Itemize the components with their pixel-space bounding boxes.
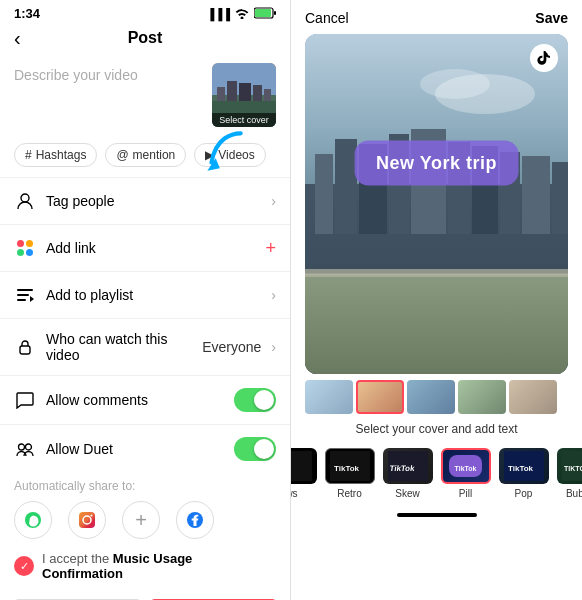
music-confirm-row: ✓ I accept the Music Usage Confirmation <box>0 543 290 589</box>
right-panel: Cancel Save <box>291 0 582 600</box>
playlist-icon <box>14 284 36 306</box>
video-describe-area: Describe your video Select cover <box>0 55 290 135</box>
arrow-annotation <box>0 135 290 139</box>
style-retro-label: Retro <box>337 488 361 499</box>
facebook-button[interactable] <box>176 501 214 539</box>
cover-thumb-3[interactable] <box>407 380 455 414</box>
style-pop-item[interactable]: TikTok Pop <box>499 448 549 499</box>
svg-rect-15 <box>17 299 26 301</box>
who-can-watch-item[interactable]: Who can watch this video Everyone › <box>0 318 290 375</box>
plus-icon: + <box>265 238 276 259</box>
svg-rect-17 <box>20 346 30 354</box>
share-section: Automatically share to: + <box>0 473 290 543</box>
cover-thumb-4[interactable] <box>458 380 506 414</box>
add-link-label: Add link <box>46 240 255 256</box>
style-retro-thumb: TikTok <box>325 448 375 484</box>
add-playlist-item[interactable]: Add to playlist › <box>0 271 290 318</box>
style-pill-label: Pill <box>459 488 472 499</box>
svg-point-23 <box>91 515 93 517</box>
tiktok-logo-badge <box>530 44 558 72</box>
top-nav: ‹ Post <box>0 25 290 55</box>
add-share-button[interactable]: + <box>122 501 160 539</box>
allow-duet-toggle[interactable] <box>234 437 276 461</box>
svg-rect-1 <box>255 9 271 17</box>
svg-rect-42 <box>305 274 568 374</box>
chevron-icon: › <box>271 193 276 209</box>
mention-chip[interactable]: @ mention <box>105 143 186 167</box>
whatsapp-button[interactable] <box>14 501 52 539</box>
svg-point-12 <box>21 194 29 202</box>
svg-text:TIKTOK: TIKTOK <box>564 465 583 472</box>
svg-marker-16 <box>30 296 34 302</box>
svg-rect-14 <box>17 294 29 296</box>
add-link-icon <box>14 237 36 259</box>
svg-point-18 <box>19 444 25 450</box>
video-preview: New York trip <box>305 34 568 374</box>
chevron-icon-3: › <box>271 339 276 355</box>
who-can-watch-value: Everyone <box>202 339 261 355</box>
status-bar: 1:34 ▐▐▐ <box>0 0 290 25</box>
comment-icon <box>14 389 36 411</box>
style-bubble-label: Bubble <box>566 488 582 499</box>
sticker-text: New York trip <box>376 153 497 173</box>
instagram-button[interactable] <box>68 501 106 539</box>
save-button[interactable]: Save <box>535 10 568 26</box>
hashtag-icon: # <box>25 148 32 162</box>
signal-icon: ▐▐▐ <box>207 8 230 20</box>
cover-thumb-1[interactable] <box>305 380 353 414</box>
style-pop-thumb: TikTok <box>499 448 549 484</box>
hashtags-label: Hashtags <box>36 148 87 162</box>
status-time: 1:34 <box>14 6 40 21</box>
right-top-nav: Cancel Save <box>291 0 582 34</box>
style-ws-item[interactable]: ws ws <box>291 448 317 499</box>
cancel-button[interactable]: Cancel <box>305 10 349 26</box>
chevron-icon-2: › <box>271 287 276 303</box>
who-can-watch-label: Who can watch this video <box>46 331 192 363</box>
svg-rect-41 <box>552 162 568 234</box>
style-strip: ws ws TikTok Retro TikTok Skew TikTok <box>291 444 582 509</box>
person-icon <box>14 190 36 212</box>
video-preview-background <box>305 34 568 374</box>
style-bubble-thumb: TIKTOK <box>557 448 583 484</box>
style-bubble-item[interactable]: TIKTOK Bubble <box>557 448 583 499</box>
describe-placeholder[interactable]: Describe your video <box>14 63 202 83</box>
style-skew-item[interactable]: TikTok Skew <box>383 448 433 499</box>
home-indicator <box>397 513 477 517</box>
page-title: Post <box>128 29 163 47</box>
add-link-item[interactable]: Add link + <box>0 224 290 271</box>
style-pill-item[interactable]: TikTok Pill <box>441 448 491 499</box>
tag-people-label: Tag people <box>46 193 261 209</box>
svg-text:TikTok: TikTok <box>388 464 415 473</box>
music-confirm-text: I accept the Music Usage Confirmation <box>42 551 276 581</box>
toggle-knob-2 <box>254 439 274 459</box>
wifi-icon <box>234 7 250 21</box>
style-pop-label: Pop <box>515 488 533 499</box>
style-skew-label: Skew <box>395 488 419 499</box>
allow-comments-toggle[interactable] <box>234 388 276 412</box>
style-skew-thumb: TikTok <box>383 448 433 484</box>
tag-people-item[interactable]: Tag people › <box>0 177 290 224</box>
at-icon: @ <box>116 148 128 162</box>
allow-comments-item: Allow comments <box>0 375 290 424</box>
svg-rect-43 <box>305 269 568 277</box>
svg-rect-21 <box>79 512 95 528</box>
svg-point-30 <box>420 69 490 99</box>
hashtags-chip[interactable]: # Hashtags <box>14 143 97 167</box>
back-button[interactable]: ‹ <box>14 27 21 50</box>
svg-text:TikTok: TikTok <box>508 464 534 473</box>
music-check-icon: ✓ <box>14 556 34 576</box>
allow-duet-item: Allow Duet <box>0 424 290 473</box>
duet-icon <box>14 438 36 460</box>
svg-rect-2 <box>274 11 276 15</box>
cover-thumb-5[interactable] <box>509 380 557 414</box>
bottom-buttons: Drafts Post <box>0 589 290 600</box>
ny-trip-sticker[interactable]: New York trip <box>354 141 519 186</box>
style-retro-item[interactable]: TikTok Retro <box>325 448 375 499</box>
allow-comments-label: Allow comments <box>46 392 224 408</box>
svg-rect-13 <box>17 289 33 291</box>
cover-text-label: Select your cover and add text <box>291 418 582 444</box>
cover-thumb-2[interactable] <box>356 380 404 414</box>
svg-rect-32 <box>315 154 333 234</box>
share-label: Automatically share to: <box>14 479 276 493</box>
style-ws-label: ws <box>291 488 298 499</box>
